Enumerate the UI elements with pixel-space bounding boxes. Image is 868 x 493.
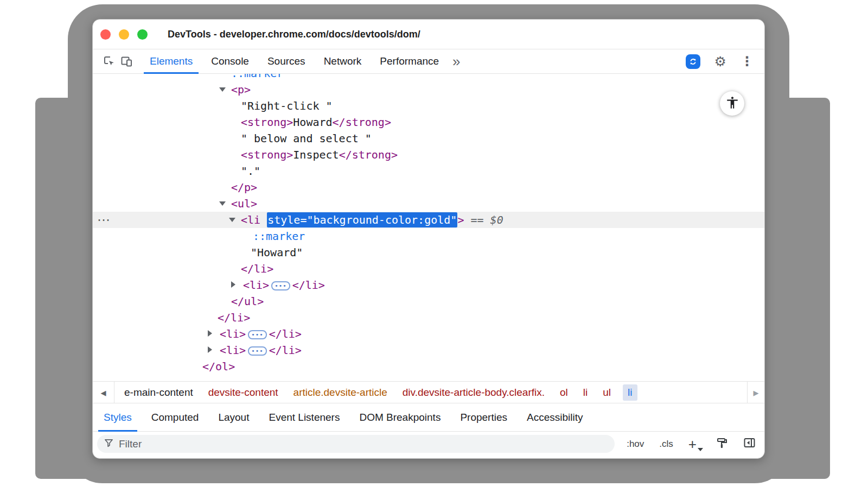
tab-event-listeners[interactable]: Event Listeners	[259, 403, 349, 431]
dom-token-text: "."	[241, 165, 260, 178]
dom-row[interactable]: " below and select "	[93, 130, 764, 147]
expand-ellipsis-button[interactable]: •••	[271, 281, 290, 290]
paint-roller-icon[interactable]	[716, 437, 728, 451]
dom-row[interactable]: </ul>	[93, 293, 764, 309]
disclosure-right-icon[interactable]	[208, 346, 212, 353]
filter-pill[interactable]	[97, 435, 615, 453]
zoom-button[interactable]	[137, 29, 148, 40]
menu-icon[interactable]: ⋮	[741, 55, 754, 68]
disclosure-right-icon[interactable]	[208, 330, 212, 337]
sidebar-tab-strip: Styles Computed Layout Event Listeners D…	[93, 403, 764, 432]
tab-dom-breakpoints[interactable]: DOM Breakpoints	[349, 403, 450, 431]
dom-tree[interactable]: ::marker<p>"Right-click "<strong>Howard<…	[93, 74, 764, 381]
tab-accessibility[interactable]: Accessibility	[517, 403, 592, 431]
dom-token-tag: </strong>	[333, 116, 391, 129]
inspect-element-icon[interactable]	[100, 53, 118, 70]
disclosure-down-icon[interactable]	[219, 87, 226, 92]
toggle-hover-button[interactable]: :hov	[627, 439, 644, 450]
accessibility-icon	[725, 96, 739, 111]
dom-token-tag: </li>	[218, 311, 250, 324]
disclosure-right-icon[interactable]	[231, 281, 235, 288]
dom-token-tag: <p>	[231, 83, 251, 96]
dom-token-tag: <li>	[243, 279, 269, 292]
tab-console[interactable]: Console	[202, 49, 258, 73]
devtools-window: DevTools - developer.chrome.com/docs/dev…	[92, 19, 765, 459]
toggle-class-button[interactable]: .cls	[659, 439, 673, 450]
breadcrumb-item[interactable]: div.devsite-article-body.clearfix.	[403, 387, 545, 399]
row-overflow-icon[interactable]: ⋯	[97, 212, 110, 228]
settings-icon[interactable]: ⚙	[714, 55, 726, 68]
dom-token-tag: <li>	[220, 344, 246, 357]
tab-network[interactable]: Network	[315, 49, 371, 73]
dom-token-tag: </ol>	[202, 360, 235, 373]
disclosure-down-icon[interactable]	[219, 201, 226, 206]
dom-row[interactable]: </p>	[93, 179, 764, 195]
dom-row[interactable]: "Howard"	[93, 244, 764, 261]
dom-token-tag: </li>	[269, 344, 302, 357]
styles-toolbar-right: :hov .cls +	[627, 437, 756, 451]
tab-layout[interactable]: Layout	[208, 403, 259, 431]
sync-icon[interactable]	[686, 54, 700, 69]
expand-ellipsis-button[interactable]: •••	[248, 330, 266, 339]
dom-row[interactable]: "Right-click "	[93, 98, 764, 114]
dom-row[interactable]: <ul>	[93, 195, 764, 212]
tab-computed[interactable]: Computed	[142, 403, 209, 431]
dom-row[interactable]: ::marker	[93, 74, 764, 81]
tab-elements[interactable]: Elements	[141, 49, 202, 73]
dom-row[interactable]: "."	[93, 163, 764, 179]
dom-token-tag: <li	[241, 213, 267, 226]
title-bar: DevTools - developer.chrome.com/docs/dev…	[93, 20, 764, 49]
close-button[interactable]	[100, 29, 111, 40]
breadcrumb-scroll-right-icon[interactable]: ▸	[747, 382, 764, 403]
tab-sources[interactable]: Sources	[258, 49, 315, 73]
dom-token-text: "Howard"	[251, 246, 303, 259]
dom-row[interactable]: </li>	[93, 261, 764, 277]
breadcrumb-list: e-main-content devsite-content article.d…	[114, 384, 747, 401]
disclosure-down-icon[interactable]	[229, 218, 235, 222]
breadcrumb-item[interactable]: article.devsite-article	[293, 387, 387, 399]
dom-row[interactable]: </li>	[93, 309, 764, 326]
breadcrumb-scroll-left-icon[interactable]: ◂	[93, 382, 114, 403]
accessibility-button[interactable]	[720, 91, 744, 116]
breadcrumb-item[interactable]: ul	[603, 387, 611, 399]
dom-token-tag: <li>	[220, 327, 246, 340]
minimize-button[interactable]	[119, 29, 129, 40]
new-style-rule-button[interactable]: +	[688, 437, 701, 451]
dom-row[interactable]: <strong>Howard</strong>	[93, 114, 764, 130]
toolbar-right-icons: ⚙ ⋮	[686, 54, 758, 69]
dom-row[interactable]: <li>•••</li>	[93, 342, 764, 358]
dom-token-text: Inspect	[293, 148, 339, 161]
breadcrumb-item-selected[interactable]: li	[623, 384, 637, 401]
dom-token-text: " below and select "	[241, 132, 372, 145]
dom-token-dollar: $0	[490, 213, 503, 226]
tab-styles[interactable]: Styles	[94, 403, 142, 431]
dom-token-tag: </strong>	[339, 148, 398, 161]
breadcrumb-item[interactable]: devsite-content	[208, 387, 278, 399]
dom-token-tag: </li>	[241, 262, 273, 275]
expand-ellipsis-button[interactable]: •••	[248, 346, 266, 356]
more-tabs-icon[interactable]: »	[452, 54, 460, 68]
dom-token-tag: >	[457, 213, 464, 226]
styles-filter-input[interactable]	[119, 438, 608, 450]
device-toolbar-icon[interactable]	[118, 53, 135, 70]
breadcrumb-item[interactable]: li	[583, 387, 588, 399]
dom-token-tag: </li>	[292, 279, 325, 292]
dom-token-tag: <strong>	[241, 116, 293, 129]
dom-row-selected[interactable]: ⋯<li style="background-color:gold"> == $…	[93, 212, 764, 228]
dom-row[interactable]: ::marker	[93, 228, 764, 244]
breadcrumb-item[interactable]: e-main-content	[124, 387, 193, 399]
tab-properties[interactable]: Properties	[450, 403, 517, 431]
dom-token-tag: <strong>	[241, 148, 293, 161]
dom-row[interactable]: <strong>Inspect</strong>	[93, 147, 764, 163]
toggle-sidebar-icon[interactable]	[743, 437, 756, 451]
devtools-toolbar: Elements Console Sources Network Perform…	[93, 49, 764, 74]
dom-row[interactable]: <li>•••</li>	[93, 326, 764, 342]
breadcrumb-item[interactable]: ol	[560, 387, 568, 399]
tab-performance[interactable]: Performance	[371, 49, 448, 73]
dom-row[interactable]: <li>•••</li>	[93, 277, 764, 293]
filter-icon	[104, 438, 114, 450]
dom-row[interactable]: </ol>	[93, 358, 764, 375]
dom-token-tag: </ul>	[231, 295, 264, 308]
dom-token-tag: <ul>	[231, 197, 257, 210]
dom-row[interactable]: <p>	[93, 81, 764, 98]
